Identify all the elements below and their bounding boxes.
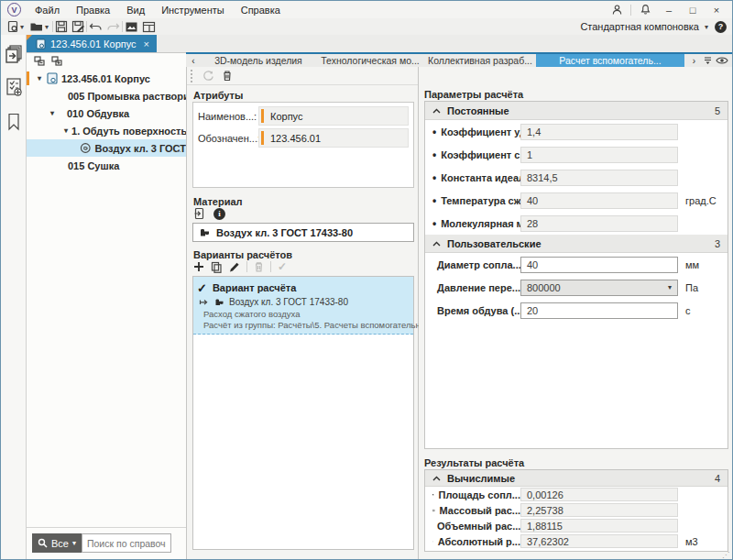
layout-selector-dropdown-icon[interactable]: ▾ [705,23,708,31]
param-value: 28 [527,218,538,229]
attribute-row: Наименов...: Корпус [198,106,409,126]
param-value: 800000 [527,282,561,293]
tasks-panel-icon[interactable] [1,73,27,101]
menu-edit[interactable]: Правка [68,3,118,17]
copy-variant-icon[interactable] [211,261,222,273]
tree-item-operation[interactable]: ▾ 1. Обдуть поверхность д ... [27,122,186,139]
dropdown-arrow-icon[interactable]: ▾ [668,283,672,291]
notifications-bell-icon[interactable] [635,3,655,17]
modified-marker [27,35,32,40]
maximize-button[interactable]: □ [683,3,703,17]
tree-item-label: 1. Обдуть поверхность д [71,126,186,137]
drag-handle[interactable] [191,70,195,82]
material-pick-icon[interactable] [193,207,206,220]
undo-button[interactable] [87,20,104,34]
result-value: 37,62302 [527,536,569,547]
tree-item-010[interactable]: ▾ 010 Обдувка [27,104,186,122]
variant-item-selected[interactable]: ✓ Вариант расчёта Воздух кл. 3 ГОСТ 1743… [193,277,413,335]
expand-all-icon[interactable] [51,56,63,67]
result-row: Абсолютный р... 37,62302 м3 [425,533,728,549]
results-section-title: Результаты расчёта [424,457,524,468]
group-header-computed[interactable]: Вычислимые 4 [425,470,728,487]
computed-param-icon [432,489,434,500]
tab-aux-calc-active[interactable]: Расчет вспомогатель... [536,54,684,67]
params-section-title: Параметры расчёта [424,89,523,100]
tree-item-root[interactable]: ▾ 123.456.01 Корпус [27,70,186,87]
material-field[interactable]: Воздух кл. 3 ГОСТ 17433-80 [192,223,414,242]
attributes-box: Наименов...: Корпус Обозначен...: 123.45… [192,102,414,188]
search-scope-dropdown-icon[interactable]: ▾ [72,539,76,547]
user-icon[interactable] [607,3,627,17]
save-button[interactable] [53,19,70,34]
tab-tech-model[interactable]: Технологическая мо... [316,54,424,67]
minimize-button[interactable]: – [659,3,679,17]
report-button[interactable] [123,20,140,34]
material-info-icon[interactable]: i [213,208,225,220]
edit-variant-icon[interactable] [228,261,240,273]
redo-button [104,20,122,34]
param-unit: град.С [685,195,717,206]
constant-bullet-icon: • [432,217,436,230]
group-count: 5 [715,105,720,116]
tree-item-015[interactable]: 015 Сушка [27,157,186,174]
results-box: Вычислимые 4 Площадь сопл... 0,00126 Мас… [424,469,728,552]
result-label: Массовый рас... [440,505,520,516]
help-icon[interactable]: ? [715,21,727,33]
open-dropdown-icon[interactable]: ▾ [45,23,49,31]
window-layout-button[interactable] [140,20,158,34]
properties-panel: Атрибуты Наименов...: Корпус Обозначен..… [186,67,419,559]
menu-file[interactable]: Файл [27,3,68,17]
add-variant-icon[interactable] [193,261,204,272]
param-label: Коэффициент уд... [441,126,520,137]
save-as-button[interactable] [70,19,86,34]
bookmarks-panel-icon[interactable] [1,108,27,136]
new-document-dropdown-icon[interactable]: ▾ [20,23,24,31]
tab-collab[interactable]: Коллективная разраб... [424,54,536,67]
tree-item-material-selected[interactable]: Воздух кл. 3 ГОСТ ... [27,139,186,157]
collapse-all-icon[interactable] [34,56,46,67]
main-toolbar: ▾ ▾ Стандартная компоновка ▾ ? [1,18,732,35]
menu-help[interactable]: Справка [233,3,289,17]
tree-item-label: 123.456.01 Корпус [61,73,150,84]
new-document-button[interactable]: ▾ [5,19,27,34]
menu-view[interactable]: Вид [118,3,153,17]
document-tab[interactable]: 123.456.01 Корпус × [27,35,157,52]
search-scope-button[interactable]: Все ▾ [32,533,82,553]
document-tab-close-icon[interactable]: × [144,38,149,49]
tree-item-label: 005 Промывка растворит [68,91,186,102]
tab-3d-model[interactable]: 3D-модель изделия [201,54,316,67]
group-name: Постоянные [447,105,509,116]
tree-expander-icon[interactable]: ▾ [50,109,60,117]
result-value-field: 37,62302 [520,534,678,548]
visibility-eye-icon[interactable] [716,56,728,65]
attribute-value-field[interactable]: Корпус [258,106,409,126]
result-value-field: 2,25738 [520,503,678,517]
group-header-user-params[interactable]: Пользовательские 3 [425,235,728,253]
tabs-scroll-right-icon[interactable]: › [688,56,700,66]
close-button[interactable]: × [706,3,727,17]
tree-expander-icon[interactable]: ▾ [38,74,47,82]
group-count: 3 [715,238,720,249]
variant-title: Вариант расчёта [213,282,296,293]
navigator-panel-icon[interactable] [1,40,27,68]
layout-selector[interactable]: Стандартная компоновка [580,21,699,32]
param-dropdown-field[interactable]: 800000 ▾ [520,280,678,296]
open-button[interactable]: ▾ [27,19,52,34]
attribute-value-field[interactable]: 123.456.01 [258,128,409,148]
tab-list-icon[interactable] [703,56,713,65]
result-row: Объемный рас... 1,88115 [425,518,728,533]
search-input[interactable] [82,533,171,553]
group-header-constants[interactable]: Постоянные 5 [425,102,728,120]
tree-expander-icon[interactable]: ▾ [64,126,68,135]
param-input-field[interactable]: 40 [520,257,678,273]
menu-tools[interactable]: Инструменты [153,3,233,17]
apply-variant-icon: ✓ [278,260,287,273]
tree-item-005[interactable]: 005 Промывка растворит ... [27,87,186,104]
tabs-scroll-left-icon[interactable]: ‹ [186,54,201,67]
delete-icon[interactable] [222,70,233,82]
delete-variant-icon [254,261,264,272]
attributes-section-title: Атрибуты [193,90,243,101]
resize-grip[interactable]: ⋰ [722,551,730,559]
param-input-field[interactable]: 20 [520,302,678,319]
constant-bullet-icon: • [432,126,436,138]
